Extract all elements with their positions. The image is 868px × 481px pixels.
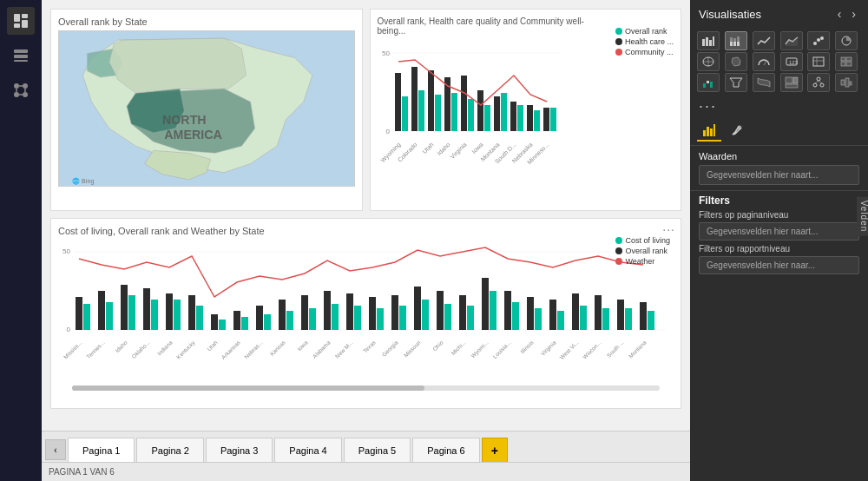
svg-rect-66: [106, 302, 113, 330]
svg-rect-5: [14, 55, 28, 58]
main-content: Overall rank by State: [42, 0, 690, 481]
svg-rect-168: [841, 62, 845, 66]
more-vis-btn[interactable]: ···: [690, 96, 868, 117]
vis-icon-ribbon[interactable]: [753, 73, 775, 92]
panel-tab-chart[interactable]: [697, 121, 721, 142]
map-svg: NORTH AMERICA 🌐 Bing: [59, 31, 354, 186]
vis-icon-treemap[interactable]: [780, 73, 803, 92]
right-panel: Visualisaties ‹ › Velden: [690, 0, 868, 481]
vis-icon-waterfall[interactable]: [697, 73, 720, 92]
filters-title: Filters: [699, 194, 859, 207]
top-right-chart-panel: Overall rank, Health care quality and Co…: [370, 9, 682, 211]
svg-rect-145: [730, 37, 733, 42]
legend-item-weather: Weather: [615, 257, 670, 266]
panel-nav-close[interactable]: ›: [848, 7, 859, 21]
vis-icon-card[interactable]: 123: [780, 52, 803, 71]
svg-point-177: [817, 77, 820, 81]
filter-page-label: Filters op paginaniveau: [699, 210, 859, 220]
svg-rect-142: [706, 37, 708, 46]
svg-text:Utah: Utah: [206, 339, 219, 352]
svg-rect-95: [437, 291, 444, 330]
svg-text:Arkansas: Arkansas: [220, 339, 242, 360]
vis-icon-custom[interactable]: [835, 73, 858, 92]
vis-icon-map[interactable]: [697, 52, 720, 71]
vis-icon-funnel[interactable]: [725, 73, 747, 92]
svg-text:0: 0: [385, 128, 390, 135]
svg-text:Louisia...: Louisia...: [491, 339, 511, 359]
svg-line-160: [764, 61, 766, 65]
svg-rect-42: [501, 93, 507, 131]
svg-rect-70: [151, 300, 158, 330]
bottom-chart-options[interactable]: ···: [662, 222, 675, 236]
svg-rect-111: [617, 300, 624, 330]
vis-icon-gauge[interactable]: [753, 52, 775, 71]
vis-icon-table[interactable]: [807, 52, 830, 71]
svg-text:Kansas: Kansas: [268, 339, 286, 357]
svg-rect-188: [713, 124, 715, 136]
svg-text:Wyomi...: Wyomi...: [470, 339, 490, 359]
svg-rect-187: [710, 128, 713, 136]
page-tab-4[interactable]: Pagina 4: [274, 438, 341, 462]
scrollbar-thumb[interactable]: [72, 385, 424, 391]
svg-rect-80: [264, 314, 271, 330]
legend-label-health: Health care ...: [625, 37, 674, 46]
bottom-chart-scrollbar[interactable]: [72, 385, 660, 391]
svg-rect-84: [309, 308, 316, 330]
vis-icon-area[interactable]: [780, 31, 803, 50]
page-tab-3[interactable]: Pagina 3: [206, 438, 273, 462]
svg-marker-173: [730, 78, 742, 87]
svg-rect-114: [648, 311, 654, 330]
page-tab-6[interactable]: Pagina 6: [412, 438, 479, 462]
page-tab-1[interactable]: Pagina 1: [68, 438, 135, 462]
tab-prev-btn[interactable]: ‹: [45, 439, 66, 460]
svg-rect-149: [737, 36, 740, 42]
svg-rect-144: [713, 36, 714, 46]
svg-rect-88: [354, 306, 361, 330]
svg-rect-34: [435, 95, 441, 131]
legend-item-health: Health care ...: [615, 37, 674, 46]
vis-icon-pie[interactable]: [835, 31, 858, 50]
svg-text:Mississ...: Mississ...: [62, 339, 83, 359]
svg-point-10: [23, 92, 28, 97]
svg-point-178: [813, 83, 817, 87]
svg-rect-102: [512, 302, 519, 330]
sidebar-icon-model[interactable]: [7, 76, 35, 104]
svg-rect-73: [188, 295, 195, 330]
svg-rect-90: [377, 308, 384, 330]
page-tab-5[interactable]: Pagina 5: [344, 438, 411, 462]
svg-text:Wiscon...: Wiscon...: [582, 339, 602, 359]
vis-icon-line[interactable]: [753, 31, 775, 50]
svg-rect-86: [332, 304, 339, 330]
top-right-chart-svg: 50 0: [378, 43, 621, 186]
sidebar-icon-data[interactable]: [7, 42, 35, 69]
svg-rect-36: [451, 93, 457, 131]
svg-rect-98: [467, 306, 474, 330]
sidebar-icon-report[interactable]: [7, 7, 35, 35]
add-page-tab[interactable]: +: [482, 438, 508, 462]
vis-icon-stacked-bar[interactable]: [725, 31, 747, 50]
legend-dot-overall2: [615, 247, 622, 254]
vis-icon-filled-map[interactable]: [725, 52, 747, 71]
filter-report-drop[interactable]: Gegevensvelden hier naar...: [699, 256, 859, 274]
panel-nav-prev[interactable]: ‹: [834, 7, 845, 21]
vis-icon-scatter[interactable]: [807, 31, 830, 50]
panel-nav: ‹ ›: [834, 7, 859, 21]
svg-rect-146: [730, 42, 733, 46]
filter-report-label: Filters op rapportniveau: [699, 244, 859, 254]
legend-label-cost: Cost of living: [625, 236, 670, 245]
svg-text:Texas: Texas: [362, 339, 377, 353]
filter-page-drop[interactable]: Gegevensvelden hier naart...: [699, 222, 859, 240]
waarden-drop-zone[interactable]: Gegevensvelden hier naart...: [699, 165, 859, 185]
svg-rect-97: [459, 295, 466, 330]
svg-rect-89: [369, 297, 376, 330]
page-tab-2[interactable]: Pagina 2: [136, 438, 203, 462]
velden-tab[interactable]: Velden: [857, 197, 868, 236]
legend-label-overall2: Overall rank: [625, 247, 667, 255]
svg-rect-166: [841, 57, 845, 61]
vis-icon-decomp[interactable]: [807, 73, 830, 92]
vis-icon-matrix[interactable]: [835, 52, 858, 71]
panel-tab-format[interactable]: [725, 121, 749, 142]
vis-icon-bar[interactable]: [697, 31, 720, 50]
legend-item-cost: Cost of living: [615, 236, 670, 245]
svg-text:West Vi...: West Vi...: [558, 339, 580, 360]
